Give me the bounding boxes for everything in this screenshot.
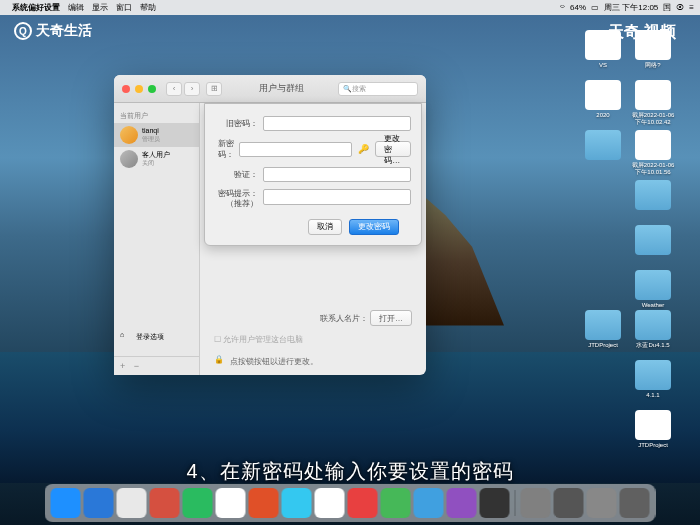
remove-user-button[interactable]: − <box>134 361 139 371</box>
change-password-sheet: 旧密码： 新密码： 🔑 更改密码… 验证： 密码提示： （推荐） 取消 更改密码 <box>204 103 422 246</box>
dock-item[interactable] <box>282 488 312 518</box>
desktop-icon[interactable]: JTDProject <box>581 310 625 349</box>
icon-label: Weather <box>631 302 675 309</box>
home-icon: ⌂ <box>120 331 132 343</box>
users-groups-window: ‹ › ⊞ 用户与群组 🔍 搜索 当前用户 tianqi管理员客人用户关闭 ⌂ … <box>114 75 426 375</box>
new-password-input[interactable] <box>239 142 352 157</box>
content-footer: 联系人名片： 打开… ☐ 允许用户管理这台电脑 🔒 点按锁按钮以进行更改。 <box>204 302 422 375</box>
dock-item[interactable] <box>414 488 444 518</box>
users-sidebar: 当前用户 tianqi管理员客人用户关闭 ⌂ 登录选项 + − <box>114 103 200 375</box>
video-subtitle: 4、在新密码处输入你要设置的密码 <box>0 458 700 485</box>
dock-item[interactable] <box>183 488 213 518</box>
maximize-icon[interactable] <box>148 85 156 93</box>
cancel-button[interactable]: 取消 <box>308 219 342 235</box>
icon-label: JTDProject <box>581 342 625 349</box>
avatar <box>120 126 138 144</box>
old-password-label: 旧密码： <box>215 118 263 129</box>
menu-edit[interactable]: 编辑 <box>68 2 84 13</box>
search-input[interactable]: 🔍 搜索 <box>338 82 418 96</box>
desktop-icon[interactable] <box>581 130 625 162</box>
battery-status[interactable]: 64% <box>570 3 586 12</box>
close-icon[interactable] <box>122 85 130 93</box>
desktop-icon[interactable]: 截屏2022-01-06下午10.01.56 <box>631 130 675 176</box>
desktop-icon[interactable] <box>631 225 675 257</box>
dock-item[interactable] <box>587 488 617 518</box>
icon-label: JTDProject <box>631 442 675 449</box>
dock-item[interactable] <box>51 488 81 518</box>
password-hint-input[interactable] <box>263 189 411 205</box>
add-user-button[interactable]: + <box>120 361 125 371</box>
icon-label: 2020 <box>581 112 625 119</box>
icon-label: 水蓝Du4.1.5 <box>631 342 675 349</box>
desktop-icon[interactable]: JTDProject <box>631 410 675 449</box>
desktop-icon[interactable]: 水蓝Du4.1.5 <box>631 310 675 349</box>
dock-item[interactable] <box>117 488 147 518</box>
spotlight-icon[interactable]: ⦿ <box>676 3 684 12</box>
watermark-left: Q 天奇生活 <box>14 22 92 40</box>
dock-item[interactable] <box>150 488 180 518</box>
dock-item[interactable] <box>348 488 378 518</box>
user-row[interactable]: tianqi管理员 <box>114 123 199 147</box>
menu-app[interactable]: 系统偏好设置 <box>12 2 60 13</box>
folder-icon <box>635 270 671 300</box>
contact-label: 联系人名片： <box>320 314 368 323</box>
key-icon[interactable]: 🔑 <box>358 144 369 154</box>
open-contact-button[interactable]: 打开… <box>370 310 412 326</box>
desktop-icon[interactable]: Weather <box>631 270 675 309</box>
menu-window[interactable]: 窗口 <box>116 2 132 13</box>
sidebar-header: 当前用户 <box>114 109 199 123</box>
grid-button[interactable]: ⊞ <box>206 82 222 96</box>
window-titlebar[interactable]: ‹ › ⊞ 用户与群组 🔍 搜索 <box>114 75 426 103</box>
file-icon <box>635 130 671 160</box>
desktop-icon[interactable]: 4.1.1 <box>631 360 675 399</box>
dock-item[interactable] <box>216 488 246 518</box>
admin-checkbox-label: ☐ 允许用户管理这台电脑 <box>214 334 412 345</box>
icon-label: VS <box>581 62 625 69</box>
datetime[interactable]: 周三 下午12:05 <box>604 2 658 13</box>
dock-item[interactable] <box>249 488 279 518</box>
back-button[interactable]: ‹ <box>166 82 182 96</box>
folder-icon <box>585 310 621 340</box>
login-options[interactable]: ⌂ 登录选项 <box>120 331 164 343</box>
dock-item[interactable] <box>447 488 477 518</box>
dock-item[interactable] <box>84 488 114 518</box>
file-icon <box>635 410 671 440</box>
desktop-icon[interactable]: 截屏2022-01-06下午10.02.42 <box>631 80 675 126</box>
menubar: 系统偏好设置 编辑 显示 窗口 帮助 ⌔ 64% ▭ 周三 下午12:05 国 … <box>0 0 700 15</box>
change-password-inline-button[interactable]: 更改密码… <box>375 141 411 157</box>
menu-help[interactable]: 帮助 <box>140 2 156 13</box>
dock-item[interactable] <box>315 488 345 518</box>
desktop-icon[interactable] <box>631 180 675 212</box>
new-password-label: 新密码： <box>215 138 239 160</box>
input-source[interactable]: 国 <box>663 2 671 13</box>
menu-view[interactable]: 显示 <box>92 2 108 13</box>
confirm-change-button[interactable]: 更改密码 <box>349 219 399 235</box>
lock-icon[interactable]: 🔒 <box>214 355 226 367</box>
bluetooth-icon[interactable]: ⌔ <box>560 3 565 12</box>
window-title: 用户与群组 <box>259 82 304 95</box>
folder-icon <box>635 310 671 340</box>
dock-separator <box>515 490 516 516</box>
desktop-icon[interactable]: 2020 <box>581 80 625 119</box>
old-password-input[interactable] <box>263 116 411 131</box>
sidebar-footer: + − <box>114 356 200 375</box>
dock-item[interactable] <box>381 488 411 518</box>
folder-icon <box>635 180 671 210</box>
file-icon <box>635 80 671 110</box>
user-row[interactable]: 客人用户关闭 <box>114 147 199 171</box>
dock-item[interactable] <box>480 488 510 518</box>
minimize-icon[interactable] <box>135 85 143 93</box>
folder-icon <box>585 130 621 160</box>
dock <box>45 484 656 522</box>
file-icon <box>585 80 621 110</box>
dock-item[interactable] <box>554 488 584 518</box>
forward-button[interactable]: › <box>184 82 200 96</box>
notification-icon[interactable]: ≡ <box>689 3 694 12</box>
verify-label: 验证： <box>215 169 263 180</box>
verify-password-input[interactable] <box>263 167 411 182</box>
dock-item[interactable] <box>521 488 551 518</box>
lock-hint: 点按锁按钮以进行更改。 <box>230 356 318 367</box>
battery-icon: ▭ <box>591 3 599 12</box>
icon-label: 4.1.1 <box>631 392 675 399</box>
dock-item[interactable] <box>620 488 650 518</box>
